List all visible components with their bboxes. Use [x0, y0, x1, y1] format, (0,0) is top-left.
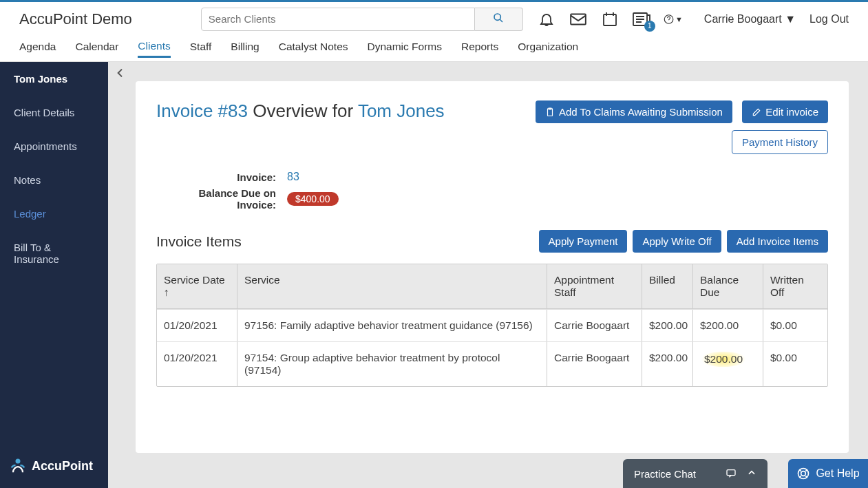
client-link[interactable]: Tom Jones [358, 100, 445, 121]
search-button[interactable] [475, 8, 523, 31]
invoice-number-value[interactable]: 83 [287, 171, 299, 183]
brand-title: AccuPoint Demo [19, 10, 132, 28]
sidebar-item-ledger[interactable]: Ledger [0, 197, 108, 231]
main-nav: Agenda Calendar Clients Staff Billing Ca… [0, 36, 868, 62]
edit-icon [752, 107, 761, 117]
sidebar-logo: AccuPoint [8, 456, 93, 476]
svg-line-1 [500, 19, 502, 22]
svg-rect-3 [604, 14, 616, 25]
nav-agenda[interactable]: Agenda [19, 41, 56, 57]
clipboard-icon [545, 107, 555, 117]
back-arrow[interactable] [115, 67, 126, 82]
search-input[interactable] [201, 8, 475, 31]
user-menu[interactable]: Carrie Boogaart ▼ [704, 13, 796, 25]
notifications-icon[interactable] [537, 10, 556, 29]
svg-rect-2 [571, 14, 586, 24]
sidebar-item-details[interactable]: Client Details [0, 96, 108, 129]
svg-point-6 [17, 460, 20, 463]
news-icon[interactable]: 1 [632, 10, 651, 29]
search-icon [493, 12, 504, 23]
nav-org[interactable]: Organization [518, 41, 578, 57]
nav-reports[interactable]: Reports [461, 41, 498, 57]
table-row[interactable]: 01/20/2021 97156: Family adaptive behavi… [157, 309, 827, 341]
sidebar-item-appointments[interactable]: Appointments [0, 129, 108, 163]
table-header: Service Date ↑ Service Appointment Staff… [157, 264, 827, 309]
svg-rect-8 [727, 470, 735, 476]
add-to-claims-button[interactable]: Add To Claims Awaiting Submission [536, 100, 732, 123]
add-invoice-items-button[interactable]: Add Invoice Items [727, 230, 828, 253]
logout-link[interactable]: Log Out [809, 13, 849, 25]
nav-forms[interactable]: Dynamic Forms [368, 41, 443, 57]
accupoint-logo-icon [8, 456, 28, 476]
invoice-items-title: Invoice Items [156, 233, 242, 250]
news-badge: 1 [644, 21, 655, 32]
help-icon[interactable]: ▼ [664, 10, 683, 29]
get-help-button[interactable]: Get Help [788, 459, 868, 488]
col-service-date[interactable]: Service Date ↑ [157, 264, 237, 308]
user-area: Carrie Boogaart ▼ Log Out [704, 13, 849, 25]
chat-bubble-icon [725, 468, 737, 479]
arrow-left-icon [115, 67, 126, 78]
sidebar-client-name[interactable]: Tom Jones [0, 62, 108, 96]
invoice-card: Invoice #83 Overview for Tom Jones Add T… [136, 81, 849, 453]
table-row[interactable]: 01/20/2021 97154: Group adaptive behavio… [157, 341, 827, 386]
invoice-link[interactable]: Invoice #83 [156, 100, 248, 121]
lifebuoy-icon [796, 467, 810, 480]
edit-invoice-button[interactable]: Edit invoice [742, 100, 828, 123]
sort-asc-icon: ↑ [164, 286, 169, 298]
nav-clients[interactable]: Clients [138, 40, 170, 58]
cursor-highlight: $200.00 [700, 352, 747, 367]
nav-billing[interactable]: Billing [231, 41, 259, 57]
nav-staff[interactable]: Staff [190, 41, 212, 57]
nav-calendar[interactable]: Calendar [75, 41, 118, 57]
balance-due-label: Balance Due on Invoice: [163, 187, 287, 211]
apply-writeoff-button[interactable]: Apply Write Off [633, 230, 721, 253]
svg-point-10 [801, 471, 806, 476]
apply-payment-button[interactable]: Apply Payment [539, 230, 628, 253]
calendar-icon[interactable] [600, 10, 620, 29]
page-title: Invoice #83 Overview for Tom Jones [156, 100, 445, 122]
chevron-up-icon [747, 468, 756, 478]
top-icons: 1 ▼ [537, 10, 683, 29]
balance-due-value: $400.00 [287, 192, 339, 206]
col-service[interactable]: Service [237, 264, 547, 308]
svg-point-0 [494, 14, 500, 20]
mail-icon[interactable] [569, 10, 588, 29]
col-billed[interactable]: Billed [642, 264, 692, 308]
col-written[interactable]: Written Off [763, 264, 827, 308]
sidebar-item-billto[interactable]: Bill To & Insurance [0, 231, 108, 276]
invoice-items-table: Service Date ↑ Service Appointment Staff… [156, 264, 828, 387]
search-wrap [201, 8, 523, 31]
col-balance[interactable]: Balance Due [692, 264, 763, 308]
practice-chat-widget[interactable]: Practice Chat [623, 459, 768, 488]
sidebar: Tom Jones Client Details Appointments No… [0, 62, 108, 488]
nav-catalyst[interactable]: Catalyst Notes [279, 41, 348, 57]
content-area: Invoice #83 Overview for Tom Jones Add T… [108, 62, 868, 488]
sidebar-item-notes[interactable]: Notes [0, 163, 108, 197]
col-staff[interactable]: Appointment Staff [547, 264, 642, 308]
payment-history-button[interactable]: Payment History [732, 130, 828, 154]
top-bar: AccuPoint Demo 1 ▼ Carrie Boogaart ▼ Log… [0, 0, 868, 36]
invoice-summary: Invoice: 83 Balance Due on Invoice: $400… [163, 171, 828, 211]
invoice-number-label: Invoice: [163, 171, 287, 183]
